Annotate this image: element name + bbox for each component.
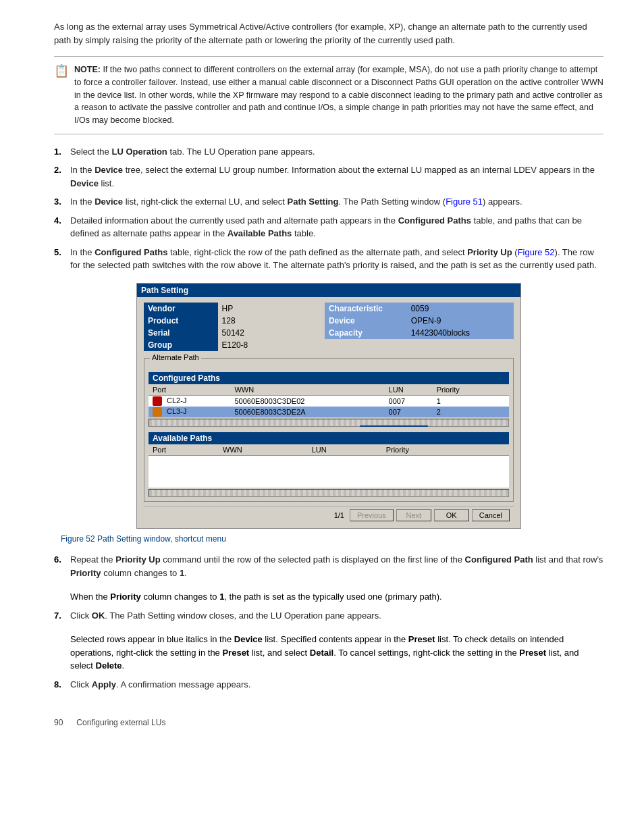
note-box: 📋 NOTE: If the two paths connect to diff… [54,56,603,134]
configured-path-row-2[interactable]: CL3-J 50060E8003C3DE2A 007 2 Priority Up… [149,407,509,417]
step-text-4: Detailed information about the currently… [70,214,603,240]
serial-label: Serial [144,327,218,339]
col-lun-1: LUN [385,384,433,396]
figure-caption: Figure 52 Path Setting window, shortcut … [61,534,603,544]
ps-bottom-bar: 1/1 Previous Next OK Cancel [144,506,514,524]
col-port-2: Port [149,444,219,456]
footer-page-num: 90 [54,718,63,727]
ctx-priority-up[interactable]: Priority Up [360,426,427,427]
post-steps: 6. Repeat the Priority Up command until … [54,553,603,691]
step-text-2: In the Device tree, select the external … [70,163,603,190]
device-label: Device [325,315,407,327]
available-paths-hscrollbar[interactable] [149,489,509,497]
info-row-1: Vendor HP Characteristic 0059 [144,303,514,315]
path-setting-window: Path Setting Vendor HP Characteristic 00… [136,283,521,529]
group-value: E120-8 [218,339,325,351]
step-num-6: 6. [54,553,66,579]
info-row-2: Product 128 Device OPEN-9 [144,315,514,327]
col-extra-1 [493,384,509,396]
device-value: OPEN-9 [407,315,514,327]
step-7-sub: Selected rows appear in blue italics in … [70,633,603,673]
cp-priority-2: 2 [433,407,493,417]
step-7: 7. Click OK. The Path Setting window clo… [54,609,603,623]
step-text-7: Click OK. The Path Setting window closes… [70,609,381,623]
vendor-label: Vendor [144,303,218,315]
ok-button[interactable]: OK [434,509,469,521]
step-text-5: In the Configured Paths table, right-cli… [70,246,603,272]
page-info: 1/1 [148,511,344,519]
step-text-8: Click Apply. A confirmation message appe… [70,678,250,692]
footer-section: Configuring external LUs [76,718,165,727]
note-icon: 📋 [54,63,69,78]
col-lun-2: LUN [308,444,382,456]
available-paths-table-container: Port WWN LUN Priority [149,444,509,498]
configured-paths-table: Port WWN LUN Priority CL2-J [149,384,509,417]
row2-icon [153,407,162,417]
col-priority-1: Priority [433,384,493,396]
characteristic-value: 0059 [407,303,514,315]
step-num-8: 8. [54,678,66,692]
cp-wwn-2: 50060E8003C3DE2A [230,407,384,417]
step-3: 3. In the Device list, right-click the e… [54,195,603,209]
previous-button[interactable]: Previous [350,509,394,521]
col-wwn-2: WWN [219,444,308,456]
cp-port-2: CL3-J [149,407,230,417]
step-6-sub: When the Priority column changes to 1, t… [70,590,603,604]
col-extra-2 [483,444,509,456]
alt-path-label: Alternate Path [150,353,201,361]
next-button[interactable]: Next [396,509,431,521]
available-paths-header: Available Paths [149,432,509,444]
post-steps-7-8: 7. Click OK. The Path Setting window clo… [54,609,603,623]
figure-52-link[interactable]: Figure 52 [518,247,555,257]
context-menu: Priority Up Priority Down Delete [360,425,428,427]
cp-port-1: CL2-J [149,395,230,407]
post-steps-list: 6. Repeat the Priority Up command until … [54,553,603,579]
ps-info-table: Vendor HP Characteristic 0059 Product 12… [144,303,514,351]
col-port-1: Port [149,384,230,396]
step-2: 2. In the Device tree, select the extern… [54,163,603,190]
step-num-4: 4. [54,214,66,240]
steps-list: 1. Select the LU Operation tab. The LU O… [54,145,603,272]
cp-lun-1: 0007 [385,395,433,407]
vendor-value: HP [218,303,325,315]
configured-paths-table-container: Port WWN LUN Priority CL2-J [149,384,509,427]
configured-paths-header: Configured Paths [149,372,509,384]
col-wwn-1: WWN [230,384,384,396]
capacity-label: Capacity [325,327,407,339]
step-num-1: 1. [54,145,66,159]
configured-paths-header-row: Port WWN LUN Priority [149,384,509,396]
step-num-5: 5. [54,246,66,272]
step-num-3: 3. [54,195,66,209]
step-text-6: Repeat the Priority Up command until the… [70,553,603,579]
post-steps-8: 8. Click Apply. A confirmation message a… [54,678,603,692]
step-1: 1. Select the LU Operation tab. The LU O… [54,145,603,159]
row1-icon [153,396,162,406]
capacity-value: 14423040blocks [407,327,514,339]
characteristic-label: Characteristic [325,303,407,315]
ps-titlebar: Path Setting [137,284,520,297]
available-paths-table: Port WWN LUN Priority [149,444,509,488]
note-text: NOTE: If the two paths connect to differ… [74,63,603,127]
cp-extra-1 [493,395,509,407]
cp-lun-2: 007 [385,407,433,417]
cp-priority-1: 1 [433,395,493,407]
step-4: 4. Detailed information about the curren… [54,214,603,240]
available-paths-header-row: Port WWN LUN Priority [149,444,509,456]
serial-value: 50142 [218,327,325,339]
step-num-2: 2. [54,163,66,190]
figure-51-link[interactable]: Figure 51 [446,197,483,207]
configured-path-row-1[interactable]: CL2-J 50060E8003C3DE02 0007 1 [149,395,509,407]
page-footer: 90 Configuring external LUs [54,718,603,727]
step-8: 8. Click Apply. A confirmation message a… [54,678,603,692]
ps-body: Vendor HP Characteristic 0059 Product 12… [137,297,520,529]
step-num-7: 7. [54,609,66,623]
alt-path-section: Alternate Path Configured Paths Port WWN… [144,358,514,502]
cp-extra-2: Priority Up Priority Down Delete [493,407,509,417]
product-label: Product [144,315,218,327]
configured-paths-hscrollbar[interactable] [149,419,509,427]
step-6: 6. Repeat the Priority Up command until … [54,553,603,579]
cancel-button[interactable]: Cancel [472,509,510,521]
cp-wwn-1: 50060E8003C3DE02 [230,395,384,407]
col-priority-2: Priority [382,444,483,456]
group-label: Group [144,339,218,351]
